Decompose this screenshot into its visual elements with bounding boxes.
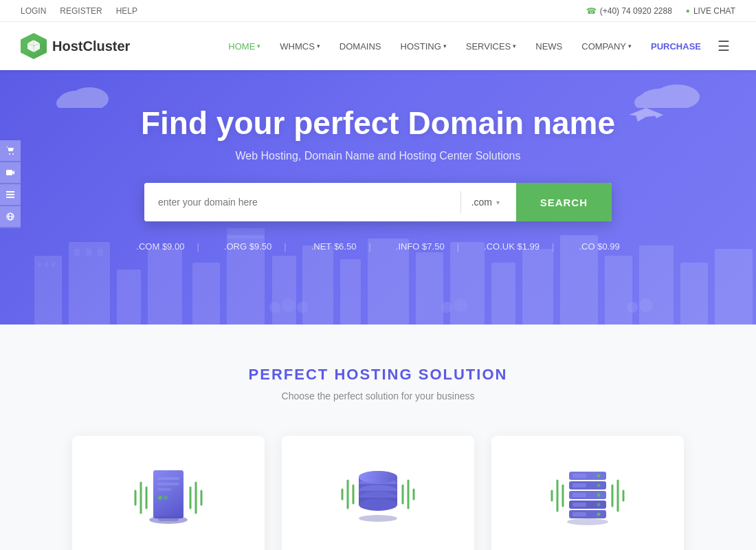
- svg-rect-22: [272, 256, 296, 324]
- live-chat-label: LIVE CHAT: [693, 6, 735, 16]
- side-icons: [0, 140, 21, 228]
- svg-point-36: [282, 298, 296, 312]
- svg-point-37: [297, 302, 308, 313]
- svg-rect-12: [52, 263, 55, 267]
- svg-rect-102: [572, 503, 586, 507]
- help-link[interactable]: HELP: [116, 6, 137, 16]
- cloud-hosting-icon: [546, 456, 629, 539]
- svg-point-35: [269, 302, 280, 313]
- home-arrow-icon: ▾: [257, 43, 260, 50]
- hosting-center-icon: [337, 456, 419, 539]
- svg-point-107: [597, 503, 601, 507]
- svg-rect-100: [572, 483, 586, 487]
- svg-rect-64: [157, 477, 179, 480]
- nav-whmcs[interactable]: WHMCS ▾: [271, 36, 329, 57]
- svg-rect-34: [715, 249, 753, 324]
- logo-text: HostCluster: [52, 38, 130, 54]
- login-link[interactable]: LOGIN: [21, 6, 46, 16]
- hosting-card-cloud: Cloud Hosting HostCluster offers hosting…: [491, 436, 684, 550]
- tld-arrow-icon: ▾: [496, 199, 500, 206]
- svg-point-38: [441, 302, 452, 313]
- domain-price-com: .COM $9.00: [124, 239, 212, 254]
- services-arrow-icon: ▾: [513, 43, 516, 50]
- hero-section: Find your perfect Domain name Web Hostin…: [0, 70, 756, 324]
- svg-rect-24: [340, 259, 361, 324]
- svg-rect-65: [157, 483, 179, 485]
- tld-value: .com: [471, 197, 492, 208]
- domain-price-org: .ORG $9.50: [212, 239, 299, 254]
- company-arrow-icon: ▾: [628, 43, 632, 50]
- svg-point-85: [359, 498, 397, 511]
- svg-point-0: [9, 153, 10, 155]
- phone-icon: ☎: [586, 6, 597, 16]
- domain-search-input[interactable]: [144, 183, 460, 221]
- svg-rect-27: [450, 242, 485, 324]
- top-bar: LOGIN REGISTER HELP ☎ (+40) 74 0920 2288…: [0, 0, 756, 22]
- svg-rect-10: [38, 263, 41, 267]
- nav-menu: HOME ▾ WHMCS ▾ DOMAINS HOSTING ▾ SERVICE…: [220, 32, 735, 60]
- nav-services[interactable]: SERVICES ▾: [458, 36, 525, 57]
- svg-point-104: [597, 474, 601, 478]
- hosting-section-subtitle: Choose the perfect solution for your bus…: [21, 390, 735, 402]
- live-chat-info[interactable]: ● LIVE CHAT: [686, 6, 735, 16]
- nav-news[interactable]: NEWS: [527, 36, 570, 57]
- svg-rect-17: [117, 270, 141, 324]
- svg-rect-28: [491, 263, 515, 324]
- nav-hosting[interactable]: HOSTING ▾: [392, 36, 455, 57]
- domain-price-info: .INFO $7.50: [383, 239, 471, 254]
- hamburger-icon[interactable]: ☰: [712, 32, 735, 60]
- svg-rect-29: [522, 249, 553, 324]
- chat-dot-icon: ●: [686, 7, 690, 14]
- svg-point-105: [597, 484, 601, 487]
- web-hosting-icon: [127, 456, 210, 539]
- hosting-section-title: PERFECT HOSTING SOLUTION: [21, 366, 735, 384]
- svg-point-68: [164, 496, 168, 500]
- nav-domains[interactable]: DOMAINS: [331, 36, 390, 57]
- nav-home[interactable]: HOME ▾: [220, 36, 269, 57]
- cart-side-icon[interactable]: [0, 140, 21, 161]
- svg-rect-32: [639, 245, 674, 324]
- svg-rect-18: [148, 249, 182, 324]
- svg-rect-23: [302, 245, 333, 324]
- hosting-card-web: Web Hosting HostCluster offers hosting p…: [72, 436, 265, 550]
- top-bar-right: ☎ (+40) 74 0920 2288 ● LIVE CHAT: [586, 6, 735, 16]
- svg-point-67: [158, 496, 162, 500]
- register-link[interactable]: REGISTER: [60, 6, 102, 16]
- logo[interactable]: HostCluster: [21, 33, 130, 59]
- navbar: HostCluster HOME ▾ WHMCS ▾ DOMAINS HOSTI…: [0, 22, 756, 70]
- domain-prices: .COM $9.00 .ORG $9.50 .NET $6.50 .INFO $…: [137, 239, 619, 254]
- hosting-cards: Web Hosting HostCluster offers hosting p…: [21, 436, 735, 550]
- svg-rect-99: [572, 474, 586, 478]
- phone-number: (+40) 74 0920 2288: [600, 6, 672, 16]
- video-side-icon[interactable]: [0, 162, 21, 183]
- svg-rect-2: [6, 170, 12, 175]
- svg-rect-5: [6, 197, 14, 198]
- svg-point-40: [627, 302, 638, 313]
- svg-point-115: [567, 518, 608, 525]
- nav-company[interactable]: COMPANY ▾: [573, 36, 640, 57]
- svg-rect-26: [416, 252, 443, 324]
- svg-rect-103: [572, 512, 586, 516]
- top-bar-left: LOGIN REGISTER HELP: [21, 6, 137, 16]
- domain-price-co: .CO $0.99: [566, 239, 632, 254]
- nav-purchase[interactable]: PURCHASE: [643, 36, 709, 57]
- domain-price-couk: .CO.UK $1.99: [471, 239, 566, 254]
- svg-rect-19: [192, 263, 220, 324]
- logo-icon: [21, 33, 47, 59]
- svg-rect-11: [45, 263, 48, 267]
- svg-point-41: [639, 298, 653, 312]
- hosting-card-center: Hosting Center HostCluster offers hostin…: [282, 436, 474, 550]
- search-button[interactable]: SEARCH: [516, 183, 612, 221]
- hero-subtitle: Web Hosting, Domain Name and Hosting Cen…: [0, 150, 756, 162]
- domain-price-net: .NET $6.50: [299, 239, 383, 254]
- svg-point-106: [597, 494, 601, 497]
- svg-point-39: [454, 298, 467, 312]
- list-side-icon[interactable]: [0, 184, 21, 205]
- globe-side-icon[interactable]: [0, 206, 21, 227]
- hosting-arrow-icon: ▾: [443, 43, 447, 50]
- svg-rect-31: [605, 256, 632, 324]
- cloud-right-icon: [632, 80, 701, 108]
- svg-rect-66: [157, 488, 171, 491]
- tld-selector[interactable]: .com ▾: [461, 183, 516, 221]
- svg-rect-3: [6, 191, 14, 192]
